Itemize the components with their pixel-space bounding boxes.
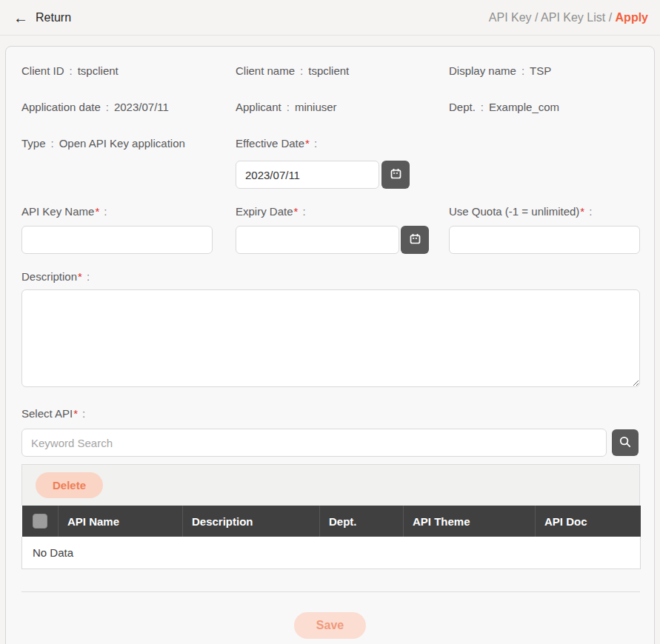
- dept-value: Example_com: [489, 101, 559, 113]
- type-field: Type:Open API Key application: [21, 137, 236, 189]
- expiry-date-field: Expiry Date*:: [236, 205, 449, 254]
- column-header-description: Description: [183, 506, 320, 537]
- api-search-row: [21, 429, 639, 457]
- return-button[interactable]: ← Return: [13, 10, 71, 25]
- application-date-value: 2023/07/11: [114, 101, 169, 113]
- client-name-label: Client name: [236, 64, 295, 77]
- application-date-field: Application date:2023/07/11: [21, 101, 236, 114]
- selected-api-table: Delete API Name Description Dept. API Th…: [21, 464, 640, 569]
- expiry-date-input[interactable]: [236, 226, 399, 254]
- client-name-value: tspclient: [308, 64, 349, 77]
- api-keyword-search-input[interactable]: [21, 429, 607, 457]
- applicant-field: Applicant:miniuser: [236, 101, 449, 114]
- topbar: ← Return API Key / API Key List / Apply: [0, 0, 660, 36]
- client-name-field: Client name:tspclient: [236, 64, 449, 78]
- type-value: Open API Key application: [59, 137, 185, 150]
- expiry-date-label: Expiry Date*:: [236, 205, 449, 218]
- type-label: Type: [21, 137, 46, 150]
- client-id-value: tspclient: [78, 64, 119, 77]
- api-table: API Name Description Dept. API Theme API…: [21, 506, 641, 569]
- api-search-button[interactable]: [612, 429, 639, 456]
- effective-date-input[interactable]: [236, 161, 379, 189]
- column-header-api-doc: API Doc: [536, 506, 641, 537]
- description-field: Description*:: [21, 270, 639, 390]
- empty-row: No Data: [22, 537, 641, 569]
- select-all-checkbox[interactable]: [33, 514, 47, 529]
- required-mark: *: [95, 205, 99, 218]
- calendar-icon: [409, 232, 421, 247]
- select-all-cell: [22, 506, 59, 537]
- display-name-field: Display name:TSP: [449, 64, 640, 78]
- select-api-label: Select API*:: [21, 407, 639, 420]
- column-header-api-name: API Name: [59, 506, 183, 537]
- dept-label: Dept.: [449, 101, 476, 113]
- select-api-section: Select API*:: [21, 407, 639, 457]
- divider: [21, 591, 640, 592]
- use-quota-field: Use Quota (-1 = unlimited)*:: [449, 205, 640, 254]
- effective-date-input-group: [236, 161, 640, 189]
- expiry-date-input-group: [236, 226, 449, 254]
- dept-field: Dept.:Example_com: [449, 101, 640, 114]
- breadcrumb-current: Apply: [616, 11, 648, 24]
- application-date-label: Application date: [21, 101, 101, 113]
- required-mark: *: [73, 407, 78, 420]
- required-mark: *: [294, 205, 299, 218]
- display-name-label: Display name: [449, 64, 516, 77]
- info-row-2: Application date:2023/07/11 Applicant:mi…: [21, 101, 639, 114]
- required-mark: *: [580, 205, 584, 218]
- save-button[interactable]: Save: [294, 612, 366, 639]
- effective-date-calendar-button[interactable]: [381, 161, 410, 189]
- effective-date-label: Effective Date*:: [236, 137, 640, 150]
- info-row-1: Client ID:tspclient Client name:tspclien…: [21, 64, 639, 78]
- calendar-icon: [390, 167, 402, 182]
- save-row: Save: [21, 612, 639, 639]
- form-row: API Key Name*: Expiry Date*: Use Quota (…: [21, 205, 639, 254]
- display-name-value: TSP: [530, 64, 551, 77]
- column-header-dept: Dept.: [320, 506, 404, 537]
- api-key-name-input[interactable]: [21, 226, 213, 254]
- use-quota-input[interactable]: [449, 226, 640, 254]
- client-id-field: Client ID:tspclient: [21, 64, 236, 78]
- required-mark: *: [305, 137, 310, 150]
- delete-button[interactable]: Delete: [36, 472, 103, 498]
- table-toolbar: Delete: [21, 464, 640, 506]
- column-header-api-theme: API Theme: [404, 506, 536, 537]
- use-quota-label: Use Quota (-1 = unlimited)*:: [449, 205, 640, 218]
- description-textarea[interactable]: [21, 289, 640, 387]
- back-arrow-icon: ←: [13, 10, 28, 25]
- required-mark: *: [78, 270, 82, 283]
- effective-date-field: Effective Date*:: [236, 137, 640, 189]
- breadcrumb: API Key / API Key List / Apply: [489, 11, 648, 24]
- no-data-text: No Data: [22, 537, 641, 569]
- table-header-row: API Name Description Dept. API Theme API…: [22, 506, 641, 537]
- client-id-label: Client ID: [21, 64, 64, 77]
- api-key-name-field: API Key Name*:: [21, 205, 236, 254]
- description-label: Description*:: [21, 270, 639, 284]
- return-label: Return: [36, 11, 71, 24]
- breadcrumb-path[interactable]: API Key / API Key List /: [489, 11, 616, 24]
- expiry-date-calendar-button[interactable]: [401, 226, 429, 254]
- applicant-value: miniuser: [295, 101, 337, 113]
- api-key-name-label: API Key Name*:: [21, 205, 236, 218]
- info-row-3: Type:Open API Key application Effective …: [21, 137, 639, 189]
- search-icon: [619, 435, 632, 451]
- applicant-label: Applicant: [236, 101, 281, 113]
- apply-form-card: Client ID:tspclient Client name:tspclien…: [5, 46, 655, 644]
